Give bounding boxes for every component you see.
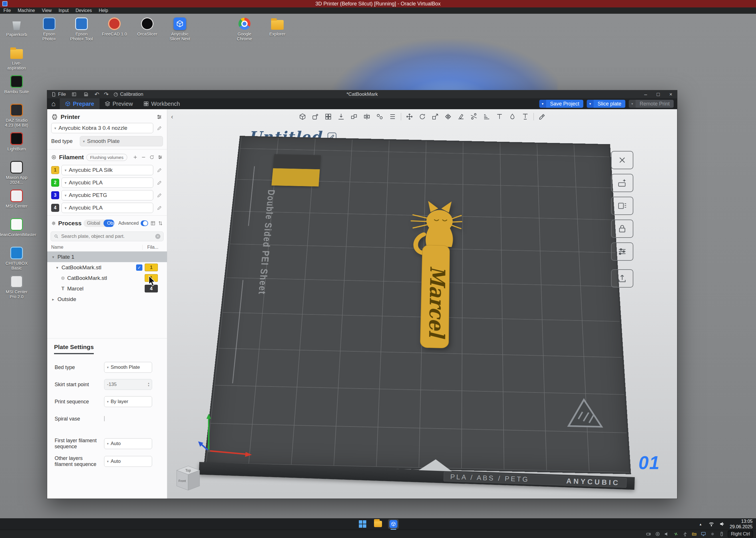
home-icon[interactable]: ⌂: [47, 98, 60, 109]
usb-icon[interactable]: [682, 531, 688, 537]
param-table-icon[interactable]: [150, 220, 156, 227]
desktop-icon-epson-photo-tool[interactable]: Epson Photo+ Tool: [68, 17, 95, 41]
orientation-cube[interactable]: Top Front: [172, 463, 201, 497]
plate-list-button[interactable]: [611, 197, 633, 215]
desktop-icon-cleancontentmaster[interactable]: CleanContentMaster: [3, 218, 30, 237]
build-plate[interactable]: Double Sided PEI Sheet: [204, 136, 631, 474]
plate-number[interactable]: 01: [638, 452, 660, 473]
shared-folders-icon[interactable]: [691, 531, 697, 537]
filament-color-chip[interactable]: 3: [51, 191, 59, 199]
other-layers-sequence-select[interactable]: ▾ Auto: [104, 456, 152, 467]
desktop-icon-msi-center[interactable]: MSI Center: [3, 189, 30, 208]
taskbar-slicer-app[interactable]: [388, 519, 399, 529]
object-search[interactable]: ×: [51, 232, 164, 241]
spinner-arrows-icon[interactable]: ▴▾: [148, 382, 149, 387]
tree-row-object[interactable]: ▾ CatBookMark.stl ✓ 1: [47, 262, 167, 273]
vbox-menu-file[interactable]: File: [0, 8, 14, 13]
chevron-down-icon[interactable]: ▾: [587, 100, 594, 108]
edit-filament-icon[interactable]: [156, 179, 163, 187]
tab-preview[interactable]: Preview: [99, 98, 138, 109]
network-adapter-icon[interactable]: [673, 531, 679, 537]
print-sequence-select[interactable]: ▾ By layer: [104, 396, 152, 407]
taskbar-explorer[interactable]: [373, 519, 383, 529]
tree-row-outside[interactable]: ▸ Outside: [47, 294, 167, 304]
tray-chevron-icon[interactable]: ▴: [697, 520, 704, 527]
mouse-integration-icon[interactable]: [719, 531, 725, 537]
filament-preset-select[interactable]: ▾ Anycubic PLA Silk: [62, 165, 153, 175]
auto-orient-plate-button[interactable]: [611, 174, 633, 192]
sync-filament-icon[interactable]: [149, 153, 155, 161]
desktop-icon-recycle-bin[interactable]: Papierkorb: [3, 18, 30, 37]
maximize-button[interactable]: □: [652, 90, 665, 98]
scope-objects-button[interactable]: Objects: [103, 220, 114, 227]
filament-settings-icon[interactable]: [157, 153, 163, 161]
filament-badge[interactable]: 1: [145, 274, 158, 282]
slice-plate-button[interactable]: ▾ Slice plate: [587, 100, 625, 108]
chevron-down-icon[interactable]: ▾: [539, 100, 546, 108]
desktop-icon-chrome[interactable]: Google Chrome: [231, 17, 258, 41]
tab-workbench[interactable]: Workbench: [138, 98, 185, 109]
vbox-menu-view[interactable]: View: [38, 8, 55, 13]
search-input[interactable]: [61, 234, 153, 239]
clear-search-icon[interactable]: ×: [155, 234, 160, 239]
display-icon[interactable]: [700, 531, 707, 537]
desktop-icon-maxon[interactable]: Maxon App 2024...: [3, 161, 30, 185]
object-visible-checkbox[interactable]: ✓: [136, 264, 142, 271]
flushing-volumes-button[interactable]: Flushing volumes: [86, 154, 127, 161]
audio-icon[interactable]: [664, 531, 670, 537]
edit-filament-icon[interactable]: [156, 204, 163, 212]
slicer-titlebar[interactable]: File ↶ ↷ Calibration *CatBookMark: [47, 90, 677, 98]
vbox-menu-machine[interactable]: Machine: [14, 8, 38, 13]
viewport-3d[interactable]: ‹: [167, 109, 677, 499]
start-button[interactable]: [357, 519, 368, 529]
printer-settings-icon[interactable]: [156, 113, 163, 121]
desktop-icon-epson-photo[interactable]: Epson Photo+: [36, 17, 62, 41]
calibration-menu[interactable]: Calibration: [113, 91, 143, 97]
tree-row-plate-1[interactable]: ▾ Plate 1: [47, 251, 167, 262]
filament-color-chip[interactable]: 1: [51, 166, 59, 174]
remote-print-button[interactable]: ▾ Remote Print: [629, 100, 674, 108]
optical-drives-icon[interactable]: [655, 531, 661, 537]
save-project-button[interactable]: ▾ Save Project: [539, 100, 583, 108]
desktop-icon-chitubox[interactable]: CHITUBOX Basic: [3, 246, 30, 270]
vbox-menu-input[interactable]: Input: [55, 8, 72, 13]
vbox-menu-help[interactable]: Help: [95, 8, 112, 13]
file-menu[interactable]: File: [51, 91, 66, 97]
desktop-icon-anycubic-slicer[interactable]: Anycubic Slicer Next: [167, 17, 193, 41]
remove-filament-icon[interactable]: [141, 153, 146, 161]
desktop-icon-folder[interactable]: Live-aspiration: [3, 46, 30, 70]
add-filament-icon[interactable]: [133, 153, 138, 161]
vbox-menu-devices[interactable]: Devices: [72, 8, 95, 13]
desktop-icon-msi-center-pro[interactable]: MSI Center Pro 2.0: [3, 275, 30, 299]
printer-preset-select[interactable]: ▾ Anycubic Kobra 3 0.4 nozzle: [51, 123, 153, 133]
tree-row-text-part[interactable]: T Marcel 4: [47, 283, 167, 294]
export-plate-button[interactable]: [611, 269, 633, 288]
desktop-icon-daz-studio[interactable]: DAZ Studio 4.23 (64 Bit): [3, 103, 30, 128]
scope-global-button[interactable]: Global: [83, 220, 103, 227]
plate-bed-type-select[interactable]: ▾ Smooth Plate: [104, 362, 152, 373]
chevron-down-icon[interactable]: ▾: [629, 100, 636, 108]
edit-filament-icon[interactable]: [156, 166, 163, 174]
tree-row-part[interactable]: CatBookMark.stl 1: [47, 273, 167, 283]
volume-icon[interactable]: [719, 520, 726, 527]
desktop-icon-freecad[interactable]: FreeCAD 1.0: [101, 17, 128, 36]
filament-preset-select[interactable]: ▾ Anycubic PETG: [62, 190, 153, 200]
close-button[interactable]: ×: [665, 90, 677, 98]
redo-icon[interactable]: ↷: [104, 91, 109, 97]
filament-badge[interactable]: 1: [145, 264, 158, 271]
taskbar-clock[interactable]: 13:05 29.06.2025: [730, 518, 753, 529]
save-icon[interactable]: [82, 91, 90, 98]
compare-icon[interactable]: [158, 220, 163, 227]
filament-preset-select[interactable]: ▾ Anycubic PLA: [62, 178, 153, 188]
bed-type-select[interactable]: ▾ Smooth Plate: [80, 136, 163, 146]
filament-preset-select[interactable]: ▾ Anycubic PLA: [62, 203, 153, 213]
filament-color-chip[interactable]: 4: [51, 204, 59, 212]
wipe-tower-object[interactable]: [271, 154, 321, 187]
minimize-button[interactable]: –: [639, 90, 652, 98]
desktop-icon-orcaslicer[interactable]: OrcaSlicer: [134, 17, 160, 36]
delete-plate-button[interactable]: [611, 151, 633, 169]
desktop-icon-bambu-suite[interactable]: Bambu Suite: [3, 75, 30, 94]
edit-printer-icon[interactable]: [156, 124, 163, 132]
layout-icon[interactable]: [70, 91, 78, 98]
undo-icon[interactable]: ↶: [94, 91, 99, 97]
